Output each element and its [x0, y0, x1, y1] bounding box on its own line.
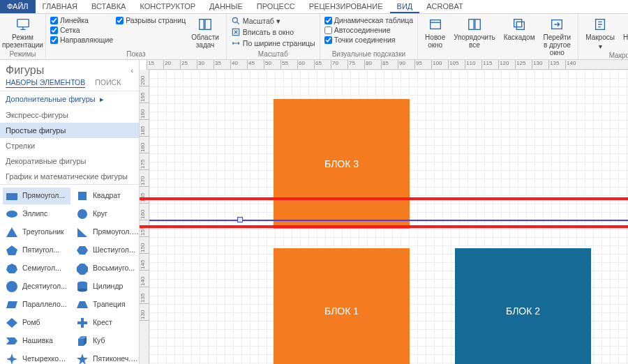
shape-ellipse[interactable]: Эллипс: [3, 206, 70, 222]
page-width-button[interactable]: По ширине страницы: [231, 38, 315, 49]
shape-cube[interactable]: Куб: [73, 333, 139, 349]
chk-pagebreaks[interactable]: Разрывы страниц: [116, 15, 186, 25]
group-show: Линейка Сетка Направляющие Разрывы стран…: [46, 14, 227, 59]
para-icon: [5, 298, 19, 311]
macros-button[interactable]: Макросы ▾: [583, 15, 618, 52]
svg-marker-30: [6, 318, 17, 328]
chk-autoconnect[interactable]: Автосоединение: [324, 25, 413, 35]
shape-trap[interactable]: Трапеция: [73, 296, 139, 313]
svg-marker-28: [6, 301, 17, 308]
shape-star4[interactable]: Четырехкон... звезда: [3, 351, 70, 364]
ruler-horizontal[interactable]: 1520253035404550556065707580859095100105…: [147, 60, 628, 70]
shape-dec[interactable]: Десятиугол...: [3, 278, 70, 295]
shape-hept[interactable]: Семиугол...: [3, 260, 70, 277]
svg-point-3: [232, 17, 237, 22]
ruler-vertical[interactable]: 2001951901851801751701651601551501451401…: [140, 70, 149, 364]
cat-arrows[interactable]: Стрелки: [0, 138, 139, 153]
switch-window-button[interactable]: Перейти в другое окно ▾: [541, 15, 574, 67]
cross-icon: [75, 317, 89, 329]
shape-pent[interactable]: Пятиугол...: [3, 242, 70, 259]
stencils-tab[interactable]: НАБОРЫ ЭЛЕМЕНТОВ: [6, 78, 85, 88]
tab-data[interactable]: ДАННЫЕ: [202, 0, 250, 13]
drawing-canvas[interactable]: БЛОК 3 БЛОК 1 БЛОК 2: [149, 70, 628, 364]
pent-icon: [5, 244, 19, 257]
star5-icon: [75, 353, 89, 364]
cat-math[interactable]: График и математические фигуры: [0, 169, 139, 184]
square-icon: [75, 190, 89, 202]
presentation-mode-button[interactable]: Режим презентации: [4, 15, 41, 50]
shape-square[interactable]: Квадрат: [73, 188, 139, 204]
arrange-all-button[interactable]: Упорядочить все: [451, 15, 498, 50]
shape-block-2[interactable]: БЛОК 2: [455, 248, 591, 364]
addins-button[interactable]: Надстройки: [620, 15, 628, 43]
arrange-icon: [467, 17, 482, 32]
shape-rect[interactable]: Прямоугол...: [3, 188, 70, 204]
group-window: Новое окно Упорядочить все Каскадом Пере…: [418, 14, 578, 59]
shape-block-3[interactable]: БЛОК 3: [274, 99, 410, 229]
shape-rtri[interactable]: Прямоугол... треугольник: [73, 224, 139, 241]
svg-marker-21: [77, 246, 88, 255]
shapes-title: Фигуры: [6, 64, 44, 77]
cat-simple[interactable]: Простые фигуры: [0, 123, 139, 138]
tab-acrobat[interactable]: ACROBAT: [419, 0, 470, 13]
oct-icon: [75, 262, 89, 275]
shape-circle[interactable]: Круг: [73, 206, 139, 222]
svg-rect-8: [514, 20, 522, 27]
shape-chev[interactable]: Нашивка: [3, 333, 70, 349]
group-zoom-label: Масштаб: [231, 50, 315, 59]
tab-review[interactable]: РЕЦЕНЗИРОВАНИЕ: [302, 0, 390, 13]
taskpanes-button[interactable]: Области задач: [188, 15, 222, 50]
group-show-label: Показ: [50, 50, 222, 59]
search-tab[interactable]: ПОИСК: [95, 78, 121, 88]
svg-marker-32: [6, 338, 17, 344]
shape-label: Цилиндр: [93, 282, 123, 290]
collapse-pane-button[interactable]: ‹: [130, 66, 133, 75]
chk-connpoints[interactable]: Точки соединения: [324, 35, 413, 45]
cascade-button[interactable]: Каскадом: [501, 15, 538, 43]
tab-view[interactable]: ВИД: [390, 0, 420, 13]
dec-icon: [5, 280, 19, 293]
tab-insert[interactable]: ВСТАВКА: [84, 0, 133, 13]
guide-handle[interactable]: [237, 217, 243, 222]
macros-icon: [592, 17, 608, 32]
shape-label: Нашивка: [22, 337, 53, 344]
tab-process[interactable]: ПРОЦЕСС: [250, 0, 302, 13]
tab-file[interactable]: ФАЙЛ: [0, 0, 36, 13]
shape-oct[interactable]: Восьмиуго...: [73, 260, 139, 277]
svg-point-16: [6, 211, 17, 218]
chk-ruler[interactable]: Линейка: [50, 15, 113, 25]
svg-marker-31: [77, 318, 87, 328]
chk-grid[interactable]: Сетка: [50, 25, 113, 35]
cat-decor[interactable]: Декоративные фигуры: [0, 153, 139, 169]
chk-dyngrid[interactable]: Динамическая таблица: [324, 15, 413, 25]
guide-line[interactable]: [149, 220, 628, 221]
shape-block-1[interactable]: БЛОК 1: [274, 248, 410, 364]
chev-icon: [5, 335, 19, 347]
shape-cross[interactable]: Крест: [73, 314, 139, 331]
shape-label: Ромб: [22, 319, 40, 326]
zoom-button[interactable]: Масштаб ▾: [231, 15, 315, 26]
presentation-mode-label: Режим презентации: [2, 33, 43, 49]
cat-more-shapes[interactable]: Дополнительные фигуры ▸: [0, 91, 139, 107]
shapes-pane: Фигуры ‹ НАБОРЫ ЭЛЕМЕНТОВ ПОИСК Дополнит…: [0, 60, 140, 364]
tab-design[interactable]: КОНСТРУКТОР: [133, 0, 202, 13]
menu-tabs: ФАЙЛ ГЛАВНАЯ ВСТАВКА КОНСТРУКТОР ДАННЫЕ …: [0, 0, 628, 14]
shape-hex[interactable]: Шестиугол...: [73, 242, 139, 259]
shape-tri[interactable]: Треугольник: [3, 224, 70, 241]
svg-rect-1: [200, 20, 204, 30]
taskpanes-label: Области задач: [191, 33, 219, 49]
trap-icon: [75, 298, 89, 311]
shape-star5[interactable]: Пятиконеч... звезда: [73, 351, 139, 364]
shape-para[interactable]: Параллело...: [3, 296, 70, 313]
fit-window-button[interactable]: Вписать в окно: [231, 26, 315, 38]
shape-rhomb[interactable]: Ромб: [3, 314, 70, 331]
tab-home[interactable]: ГЛАВНАЯ: [36, 0, 84, 13]
shape-cyl[interactable]: Цилиндр: [73, 278, 139, 295]
shape-label: Крест: [93, 319, 112, 326]
shape-label: Треугольник: [22, 228, 64, 236]
group-visual: Динамическая таблица Автосоединение Точк…: [320, 14, 418, 59]
chk-guides[interactable]: Направляющие: [50, 35, 113, 45]
new-window-button[interactable]: Новое окно: [422, 15, 448, 50]
cat-express[interactable]: Экспресс-фигуры: [0, 107, 139, 123]
shape-label: Параллело...: [22, 301, 67, 308]
